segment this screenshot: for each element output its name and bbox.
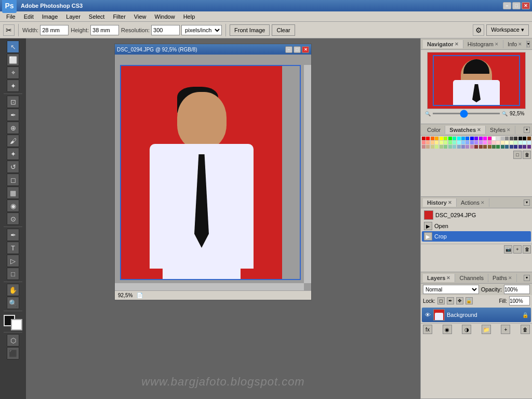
eraser-tool[interactable]: ◻ <box>7 174 19 186</box>
swatch-22[interactable] <box>518 137 522 140</box>
delete-state-button[interactable]: 🗑 <box>523 245 531 254</box>
swatch-42[interactable] <box>496 141 500 144</box>
pen-tool[interactable]: ✒ <box>7 229 19 241</box>
tab-navigator[interactable]: Navigator ✕ <box>423 40 463 48</box>
layer-fx-button[interactable]: fx <box>423 325 432 334</box>
swatch-6[interactable] <box>448 137 452 140</box>
shape-tool[interactable]: □ <box>7 268 19 280</box>
layer-visibility-eye[interactable]: 👁 <box>424 311 431 318</box>
swatch-10[interactable] <box>466 137 469 140</box>
eyedropper-tool[interactable]: ✒ <box>7 109 19 121</box>
swatch-4[interactable] <box>440 137 443 140</box>
width-input[interactable] <box>40 25 69 35</box>
swatch-1[interactable] <box>426 137 430 140</box>
swatch-30[interactable] <box>444 141 447 144</box>
swatch-28[interactable] <box>435 141 438 144</box>
layers-panel-collapse[interactable]: ▾ <box>524 275 530 281</box>
swatch-56[interactable] <box>448 145 452 149</box>
tab-histogram-close[interactable]: ✕ <box>495 42 499 47</box>
clone-stamp-tool[interactable]: ✦ <box>7 148 19 160</box>
menu-layer[interactable]: Layer <box>62 12 85 21</box>
minimize-button[interactable]: − <box>503 2 511 9</box>
swatch-45[interactable] <box>510 141 513 144</box>
swatch-39[interactable] <box>483 141 487 144</box>
swatch-29[interactable] <box>440 141 443 144</box>
tab-layers[interactable]: Layers ✕ <box>423 274 455 282</box>
doc-maximize-button[interactable]: □ <box>294 46 301 53</box>
swatch-9[interactable] <box>461 137 465 140</box>
lock-all[interactable]: 🔒 <box>466 297 473 304</box>
tab-histogram[interactable]: Histogram ✕ <box>463 40 503 48</box>
tab-paths[interactable]: Paths ✕ <box>488 274 517 282</box>
opacity-input[interactable] <box>504 285 530 294</box>
background-color[interactable] <box>11 319 22 330</box>
tab-layers-close[interactable]: ✕ <box>446 275 450 281</box>
swatch-34[interactable] <box>461 141 465 144</box>
swatch-64[interactable] <box>483 145 487 149</box>
lasso-tool[interactable]: ⌖ <box>7 66 19 79</box>
swatch-21[interactable] <box>514 137 517 140</box>
swatch-51[interactable] <box>426 145 430 149</box>
clear-button[interactable]: Clear <box>272 24 295 36</box>
new-snapshot-button[interactable]: 📷 <box>504 245 512 254</box>
swatch-68[interactable] <box>501 145 504 149</box>
new-swatch-button[interactable]: □ <box>513 151 522 159</box>
height-input[interactable] <box>90 25 119 35</box>
swatch-17[interactable] <box>496 137 500 140</box>
menu-image[interactable]: Image <box>38 12 62 21</box>
swatch-23[interactable] <box>523 137 526 140</box>
swatch-74[interactable] <box>527 145 531 149</box>
magic-wand-tool[interactable]: ✦ <box>7 79 19 92</box>
swatch-50[interactable] <box>422 145 425 149</box>
menu-filter[interactable]: Filter <box>109 12 129 21</box>
tab-history[interactable]: History ✕ <box>423 198 457 207</box>
workspace-button[interactable]: Workspace ▾ <box>486 24 529 36</box>
text-tool[interactable]: T <box>7 242 19 254</box>
navigator-zoom-slider[interactable] <box>433 113 500 114</box>
swatch-67[interactable] <box>496 145 500 149</box>
quick-mask-mode[interactable]: ⬡ <box>7 334 19 347</box>
swatch-41[interactable] <box>492 141 496 144</box>
swatch-63[interactable] <box>479 145 483 149</box>
swatch-58[interactable] <box>457 145 461 149</box>
tab-paths-close[interactable]: ✕ <box>508 275 512 281</box>
swatch-60[interactable] <box>466 145 469 149</box>
swatch-69[interactable] <box>505 145 509 149</box>
tab-swatches[interactable]: Swatches ✕ <box>445 126 486 134</box>
swatch-11[interactable] <box>470 137 474 140</box>
swatch-49[interactable] <box>527 141 531 144</box>
tab-actions[interactable]: Actions ✕ <box>457 198 489 207</box>
swatch-59[interactable] <box>461 145 465 149</box>
swatch-32[interactable] <box>453 141 456 144</box>
swatch-19[interactable] <box>505 137 509 140</box>
add-mask-button[interactable]: ◉ <box>443 325 452 334</box>
swatch-35[interactable] <box>466 141 469 144</box>
new-doc-from-state-button[interactable]: + <box>513 245 522 254</box>
swatch-62[interactable] <box>474 145 478 149</box>
close-button[interactable]: ✕ <box>522 2 530 9</box>
crop-tool[interactable]: ⊡ <box>7 96 19 108</box>
blend-mode-select[interactable]: Normal Multiply Screen <box>423 285 479 294</box>
swatch-54[interactable] <box>440 145 443 149</box>
gradient-tool[interactable]: ▦ <box>7 187 19 199</box>
swatch-46[interactable] <box>514 141 517 144</box>
swatch-14[interactable] <box>483 137 487 140</box>
delete-layer-button[interactable]: 🗑 <box>521 325 530 334</box>
fill-input[interactable] <box>509 296 530 305</box>
swatch-37[interactable] <box>474 141 478 144</box>
delete-swatch-button[interactable]: 🗑 <box>523 151 531 159</box>
tab-actions-close[interactable]: ✕ <box>481 200 485 205</box>
swatch-47[interactable] <box>518 141 522 144</box>
menu-window[interactable]: Window <box>151 12 179 21</box>
new-fill-adjustment-button[interactable]: ◑ <box>462 325 471 334</box>
new-group-button[interactable]: 📁 <box>482 325 491 334</box>
marquee-tool[interactable]: ⬜ <box>7 54 19 66</box>
navigator-panel-collapse[interactable]: ▾ <box>527 41 530 47</box>
swatch-27[interactable] <box>431 141 434 144</box>
history-panel-collapse[interactable]: ▾ <box>524 200 530 206</box>
swatch-57[interactable] <box>453 145 456 149</box>
move-tool[interactable]: ↖ <box>7 41 19 53</box>
swatch-20[interactable] <box>510 137 513 140</box>
swatch-13[interactable] <box>479 137 483 140</box>
new-layer-button[interactable]: + <box>501 325 510 334</box>
